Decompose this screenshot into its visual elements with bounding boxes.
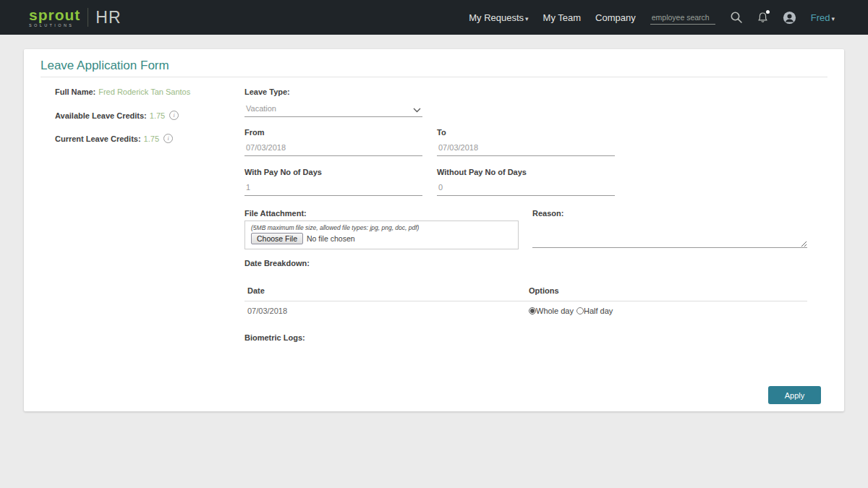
- available-credits-label: Available Leave Credits:: [55, 111, 147, 120]
- no-file-chosen-text: No file chosen: [307, 234, 355, 243]
- full-name-value: Fred Roderick Tan Santos: [98, 87, 190, 96]
- file-hint-text: (5MB maximum file size, allowed file typ…: [251, 224, 512, 231]
- whole-day-option[interactable]: Whole day: [529, 307, 574, 315]
- nav-my-requests-label: My Requests: [469, 12, 524, 23]
- date-breakdown-label: Date Breakdown:: [244, 259, 310, 267]
- search-icon[interactable]: [730, 11, 743, 24]
- file-attachment-label: File Attachment:: [244, 209, 307, 218]
- chevron-down-icon: ▾: [525, 15, 529, 22]
- avatar[interactable]: [783, 11, 796, 25]
- brand-subtitle: SOLUTIONS: [29, 24, 80, 28]
- topbar: sprout SOLUTIONS HR My Requests▾ My Team…: [0, 0, 868, 35]
- employee-search-input[interactable]: [650, 11, 715, 25]
- page-title: Leave Application Form: [41, 59, 169, 73]
- leave-type-select[interactable]: Vacation: [244, 98, 422, 117]
- file-input[interactable]: Choose File No file chosen: [251, 233, 512, 244]
- reason-label: Reason:: [532, 209, 563, 218]
- brand-name: sprout: [29, 7, 80, 22]
- chevron-down-icon: ▾: [831, 15, 835, 22]
- info-icon[interactable]: i: [169, 111, 179, 120]
- whole-day-radio[interactable]: [529, 307, 536, 314]
- nav-my-requests[interactable]: My Requests▾: [469, 12, 528, 23]
- leave-application-card: Leave Application Form Full Name: Fred R…: [24, 49, 844, 411]
- available-credits-row: Available Leave Credits: 1.75 i: [55, 111, 179, 120]
- from-label: From: [244, 128, 265, 137]
- from-date-input[interactable]: [244, 139, 422, 156]
- user-menu[interactable]: Fred▾: [811, 12, 835, 23]
- nav-company[interactable]: Company: [595, 12, 636, 23]
- current-credits-label: Current Leave Credits:: [55, 134, 141, 143]
- user-name: Fred: [811, 12, 830, 23]
- file-attachment-box: (5MB maximum file size, allowed file typ…: [244, 221, 519, 249]
- table-row: 07/03/2018 Whole day Half day: [244, 301, 807, 315]
- available-credits-value: 1.75: [150, 111, 165, 120]
- half-day-option[interactable]: Half day: [576, 307, 613, 315]
- apply-button[interactable]: Apply: [768, 386, 821, 404]
- notification-bell-icon[interactable]: [757, 12, 768, 23]
- leave-type-label: Leave Type:: [244, 87, 290, 96]
- page-body: Leave Application Form Full Name: Fred R…: [0, 35, 868, 411]
- info-icon[interactable]: i: [163, 134, 173, 143]
- notification-dot: [766, 10, 770, 14]
- whole-day-label: Whole day: [536, 307, 574, 315]
- date-breakdown-table: Date Options 07/03/2018 Whole day Half d…: [244, 286, 807, 315]
- reason-textarea[interactable]: [532, 222, 807, 248]
- full-name-row: Full Name: Fred Roderick Tan Santos: [55, 87, 190, 96]
- without-pay-label: Without Pay No of Days: [437, 168, 527, 176]
- biometric-logs-label: Biometric Logs:: [244, 333, 305, 342]
- current-credits-value: 1.75: [144, 134, 159, 143]
- to-date-input[interactable]: [437, 139, 615, 156]
- sprout-logo[interactable]: sprout SOLUTIONS HR: [29, 7, 122, 28]
- to-label: To: [437, 128, 446, 137]
- with-pay-input[interactable]: [244, 179, 422, 196]
- chevron-down-icon: [413, 108, 421, 113]
- leave-type-value: Vacation: [246, 104, 276, 113]
- nav-my-team-label: My Team: [543, 12, 582, 23]
- product-name: HR: [95, 8, 121, 27]
- day-option-group: Whole day Half day: [529, 307, 616, 315]
- full-name-label: Full Name:: [55, 87, 95, 96]
- choose-file-button[interactable]: Choose File: [251, 233, 303, 244]
- top-navigation: My Requests▾ My Team Company Fred▾: [469, 11, 835, 25]
- nav-company-label: Company: [595, 12, 636, 23]
- date-column-header: Date: [247, 286, 529, 295]
- table-header-row: Date Options: [244, 286, 807, 301]
- logo-divider: [88, 8, 88, 27]
- brand-wordmark: sprout SOLUTIONS: [29, 7, 80, 28]
- with-pay-label: With Pay No of Days: [244, 168, 322, 176]
- half-day-radio[interactable]: [576, 307, 584, 314]
- options-column-header: Options: [529, 286, 559, 295]
- without-pay-input[interactable]: [437, 179, 615, 196]
- title-divider: [41, 77, 827, 77]
- nav-my-team[interactable]: My Team: [543, 12, 582, 23]
- breakdown-date-value: 07/03/2018: [247, 307, 529, 315]
- current-credits-row: Current Leave Credits: 1.75 i: [55, 134, 173, 143]
- half-day-label: Half day: [584, 307, 613, 315]
